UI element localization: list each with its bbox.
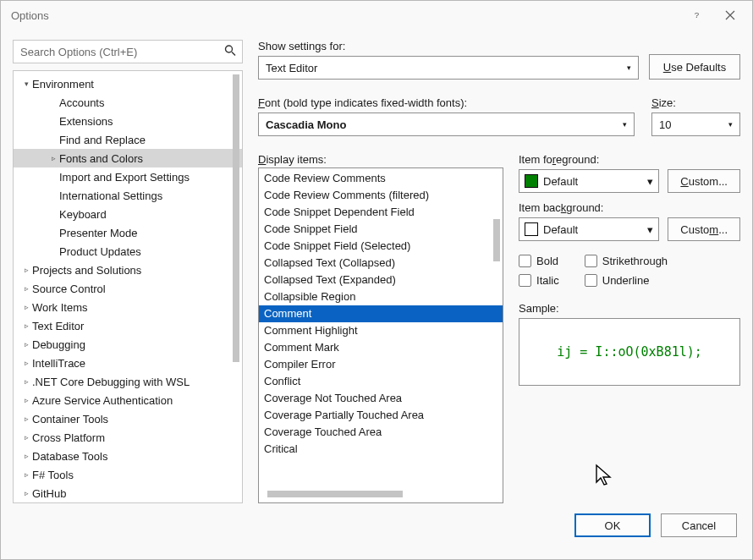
list-item[interactable]: Comment [259,305,503,322]
chevron-down-icon: ▾ [623,120,627,129]
tree-item[interactable]: ▹Debugging [14,335,242,354]
item-foreground-label: Item foreground: [519,153,740,166]
list-item[interactable]: Code Snippet Field (Selected) [259,238,503,255]
ok-button[interactable]: OK [574,513,651,537]
tree-item-label: Projects and Solutions [32,264,141,277]
list-item[interactable]: Collapsed Text (Expanded) [259,272,503,288]
strikethrough-checkbox[interactable]: Strikethrough [585,255,668,267]
tree-item[interactable]: ▾Environment [14,74,242,93]
tree-item[interactable]: ▹Projects and Solutions [14,261,242,279]
size-label: Size: [651,96,740,109]
list-item[interactable]: Comment Highlight [259,322,503,339]
window-title: Options [11,9,679,22]
tree-item[interactable]: Accounts [14,93,242,112]
tree-item-label: Azure Service Authentication [32,394,173,407]
help-button[interactable]: ? [679,3,713,28]
bold-checkbox[interactable]: Bold [519,255,559,267]
tree-item-label: Extensions [59,115,113,128]
tree-item[interactable]: ▹Fonts and Colors [14,149,242,167]
tree-item[interactable]: ▹Cross Platform [14,428,242,447]
list-item[interactable]: Collapsible Region [259,288,503,305]
expander-open-icon: ▾ [20,80,32,88]
list-item[interactable]: Collapsed Text (Collapsed) [259,255,503,272]
list-item[interactable]: Coverage Touched Area [259,424,503,441]
tree-item[interactable]: ▹Work Items [14,298,242,316]
tree-item[interactable]: ▹Database Tools [14,447,242,465]
tree-item-label: Find and Replace [59,134,146,146]
use-defaults-button[interactable]: Use Defaults [649,54,740,80]
show-settings-dropdown[interactable]: Text Editor ▾ [258,56,639,80]
tree-item-label: F# Tools [32,469,74,481]
list-item[interactable]: Code Review Comments (filtered) [259,187,503,204]
tree-item[interactable]: ▹Azure Service Authentication [14,391,242,409]
tree-item[interactable]: Find and Replace [14,130,242,149]
listbox-vscrollbar[interactable] [491,219,503,261]
tree-item-label: Text Editor [32,320,84,332]
tree-item[interactable]: ▹.NET Core Debugging with WSL [14,372,242,391]
expander-closed-icon: ▹ [20,452,32,460]
font-dropdown[interactable]: Cascadia Mono ▾ [258,113,635,136]
tree-item[interactable]: ▹Container Tools [14,409,242,428]
expander-closed-icon: ▹ [20,396,32,404]
tree-item-label: Presenter Mode [59,227,138,239]
tree-item[interactable]: ▹Source Control [14,279,242,298]
custom-foreground-button[interactable]: Custom... [668,169,740,193]
underline-checkbox[interactable]: Underline [585,274,668,287]
list-item[interactable]: Code Snippet Dependent Field [259,204,503,221]
list-item[interactable]: Critical [259,441,503,458]
options-tree[interactable]: ▾EnvironmentAccountsExtensionsFind and R… [13,70,243,503]
close-button[interactable] [713,3,747,28]
tree-item[interactable]: ▹GitHub [14,484,242,502]
tree-item-label: .NET Core Debugging with WSL [32,376,190,388]
close-icon [725,10,735,20]
list-item[interactable]: Coverage Partially Touched Area [259,407,503,424]
list-item[interactable]: Compiler Error [259,356,503,373]
list-item[interactable]: Code Review Comments [259,170,503,187]
display-items-label: Display items: [258,153,503,166]
list-item[interactable]: Code Snippet Field [259,221,503,238]
list-item[interactable]: Conflict [259,373,503,390]
tree-item[interactable]: International Settings [14,186,242,205]
listbox-hscrollbar[interactable] [267,491,403,502]
size-dropdown[interactable]: 10 ▾ [651,113,740,136]
tree-item-label: Accounts [59,96,104,109]
search-input[interactable] [13,40,243,63]
tree-item[interactable]: Product Updates [14,242,242,261]
expander-closed-icon: ▹ [20,489,32,497]
cancel-button[interactable]: Cancel [661,513,737,537]
list-item[interactable]: Coverage Not Touched Area [259,390,503,407]
svg-text:?: ? [695,10,700,19]
tree-item-label: Source Control [32,283,106,295]
tree-item[interactable]: Keyboard [14,205,242,223]
tree-item[interactable]: ▹F# Tools [14,465,242,484]
tree-item-label: Cross Platform [32,431,105,444]
tree-item-label: Product Updates [59,245,141,258]
item-foreground-dropdown[interactable]: Default ▾ [519,169,659,193]
expander-closed-icon: ▹ [47,154,59,162]
expander-closed-icon: ▹ [20,340,32,349]
tree-item[interactable]: Extensions [14,112,242,130]
tree-item-label: Import and Export Settings [59,171,190,184]
tree-item[interactable]: ▹Text Editor [14,316,242,335]
expander-closed-icon: ▹ [20,266,32,274]
item-background-dropdown[interactable]: Default ▾ [519,217,659,241]
sample-label: Sample: [519,302,740,315]
chevron-down-icon: ▾ [647,175,653,188]
tree-item-label: IntelliTrace [32,357,85,370]
display-items-listbox[interactable]: Code Review CommentsCode Review Comments… [258,167,503,503]
tree-item-label: GitHub [32,487,66,500]
custom-background-button[interactable]: Custom... [668,217,740,241]
expander-closed-icon: ▹ [20,377,32,386]
italic-checkbox[interactable]: Italic [519,274,559,287]
chevron-down-icon: ▾ [627,63,631,72]
show-settings-label: Show settings for: [258,40,639,52]
tree-scrollbar[interactable] [230,74,242,362]
tree-item[interactable]: ▹IntelliTrace [14,354,242,372]
tree-item-label: Fonts and Colors [59,152,143,165]
tree-item-label: Work Items [32,301,88,314]
tree-item[interactable]: Import and Export Settings [14,167,242,186]
expander-closed-icon: ▹ [20,321,32,330]
title-bar: Options ? [1,1,752,30]
list-item[interactable]: Comment Mark [259,339,503,356]
tree-item[interactable]: Presenter Mode [14,223,242,242]
